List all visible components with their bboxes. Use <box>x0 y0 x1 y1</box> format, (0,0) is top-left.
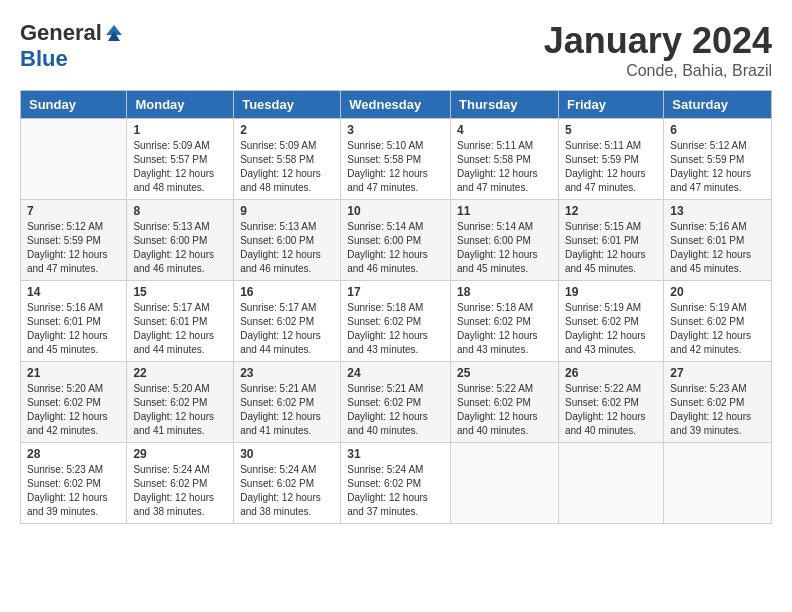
calendar-cell: 22Sunrise: 5:20 AM Sunset: 6:02 PM Dayli… <box>127 362 234 443</box>
day-number: 12 <box>565 204 657 218</box>
calendar-cell: 3Sunrise: 5:10 AM Sunset: 5:58 PM Daylig… <box>341 119 451 200</box>
day-info: Sunrise: 5:19 AM Sunset: 6:02 PM Dayligh… <box>670 301 765 357</box>
calendar-cell: 18Sunrise: 5:18 AM Sunset: 6:02 PM Dayli… <box>451 281 559 362</box>
calendar-cell: 19Sunrise: 5:19 AM Sunset: 6:02 PM Dayli… <box>558 281 663 362</box>
day-number: 4 <box>457 123 552 137</box>
day-info: Sunrise: 5:12 AM Sunset: 5:59 PM Dayligh… <box>27 220 120 276</box>
day-number: 8 <box>133 204 227 218</box>
day-number: 21 <box>27 366 120 380</box>
calendar-cell: 21Sunrise: 5:20 AM Sunset: 6:02 PM Dayli… <box>21 362 127 443</box>
day-info: Sunrise: 5:16 AM Sunset: 6:01 PM Dayligh… <box>670 220 765 276</box>
calendar-cell: 6Sunrise: 5:12 AM Sunset: 5:59 PM Daylig… <box>664 119 772 200</box>
calendar-cell: 1Sunrise: 5:09 AM Sunset: 5:57 PM Daylig… <box>127 119 234 200</box>
day-header-saturday: Saturday <box>664 91 772 119</box>
page-header: General Blue January 2024 Conde, Bahia, … <box>20 20 772 80</box>
calendar-cell: 5Sunrise: 5:11 AM Sunset: 5:59 PM Daylig… <box>558 119 663 200</box>
day-number: 19 <box>565 285 657 299</box>
day-info: Sunrise: 5:13 AM Sunset: 6:00 PM Dayligh… <box>133 220 227 276</box>
day-number: 25 <box>457 366 552 380</box>
day-info: Sunrise: 5:24 AM Sunset: 6:02 PM Dayligh… <box>133 463 227 519</box>
calendar-cell: 16Sunrise: 5:17 AM Sunset: 6:02 PM Dayli… <box>234 281 341 362</box>
calendar-cell <box>21 119 127 200</box>
day-number: 27 <box>670 366 765 380</box>
header-row: SundayMondayTuesdayWednesdayThursdayFrid… <box>21 91 772 119</box>
day-number: 5 <box>565 123 657 137</box>
day-info: Sunrise: 5:22 AM Sunset: 6:02 PM Dayligh… <box>457 382 552 438</box>
day-header-thursday: Thursday <box>451 91 559 119</box>
day-number: 15 <box>133 285 227 299</box>
calendar-body: 1Sunrise: 5:09 AM Sunset: 5:57 PM Daylig… <box>21 119 772 524</box>
day-info: Sunrise: 5:22 AM Sunset: 6:02 PM Dayligh… <box>565 382 657 438</box>
day-number: 29 <box>133 447 227 461</box>
day-number: 14 <box>27 285 120 299</box>
day-info: Sunrise: 5:24 AM Sunset: 6:02 PM Dayligh… <box>240 463 334 519</box>
calendar-cell: 30Sunrise: 5:24 AM Sunset: 6:02 PM Dayli… <box>234 443 341 524</box>
day-info: Sunrise: 5:23 AM Sunset: 6:02 PM Dayligh… <box>27 463 120 519</box>
day-info: Sunrise: 5:09 AM Sunset: 5:57 PM Dayligh… <box>133 139 227 195</box>
week-row-1: 1Sunrise: 5:09 AM Sunset: 5:57 PM Daylig… <box>21 119 772 200</box>
logo-blue-text: Blue <box>20 46 68 72</box>
day-info: Sunrise: 5:18 AM Sunset: 6:02 PM Dayligh… <box>347 301 444 357</box>
day-number: 2 <box>240 123 334 137</box>
logo: General Blue <box>20 20 124 72</box>
day-info: Sunrise: 5:20 AM Sunset: 6:02 PM Dayligh… <box>133 382 227 438</box>
day-info: Sunrise: 5:12 AM Sunset: 5:59 PM Dayligh… <box>670 139 765 195</box>
calendar-cell: 8Sunrise: 5:13 AM Sunset: 6:00 PM Daylig… <box>127 200 234 281</box>
day-info: Sunrise: 5:18 AM Sunset: 6:02 PM Dayligh… <box>457 301 552 357</box>
location: Conde, Bahia, Brazil <box>544 62 772 80</box>
calendar-cell: 4Sunrise: 5:11 AM Sunset: 5:58 PM Daylig… <box>451 119 559 200</box>
day-info: Sunrise: 5:23 AM Sunset: 6:02 PM Dayligh… <box>670 382 765 438</box>
calendar-cell: 23Sunrise: 5:21 AM Sunset: 6:02 PM Dayli… <box>234 362 341 443</box>
day-info: Sunrise: 5:21 AM Sunset: 6:02 PM Dayligh… <box>347 382 444 438</box>
day-number: 7 <box>27 204 120 218</box>
day-info: Sunrise: 5:16 AM Sunset: 6:01 PM Dayligh… <box>27 301 120 357</box>
calendar-cell: 7Sunrise: 5:12 AM Sunset: 5:59 PM Daylig… <box>21 200 127 281</box>
calendar-cell: 14Sunrise: 5:16 AM Sunset: 6:01 PM Dayli… <box>21 281 127 362</box>
calendar-cell <box>558 443 663 524</box>
day-info: Sunrise: 5:13 AM Sunset: 6:00 PM Dayligh… <box>240 220 334 276</box>
day-info: Sunrise: 5:09 AM Sunset: 5:58 PM Dayligh… <box>240 139 334 195</box>
day-info: Sunrise: 5:24 AM Sunset: 6:02 PM Dayligh… <box>347 463 444 519</box>
day-number: 13 <box>670 204 765 218</box>
day-header-wednesday: Wednesday <box>341 91 451 119</box>
week-row-3: 14Sunrise: 5:16 AM Sunset: 6:01 PM Dayli… <box>21 281 772 362</box>
day-number: 6 <box>670 123 765 137</box>
day-number: 26 <box>565 366 657 380</box>
day-info: Sunrise: 5:10 AM Sunset: 5:58 PM Dayligh… <box>347 139 444 195</box>
day-header-tuesday: Tuesday <box>234 91 341 119</box>
calendar-cell: 12Sunrise: 5:15 AM Sunset: 6:01 PM Dayli… <box>558 200 663 281</box>
week-row-4: 21Sunrise: 5:20 AM Sunset: 6:02 PM Dayli… <box>21 362 772 443</box>
day-header-sunday: Sunday <box>21 91 127 119</box>
calendar-cell: 29Sunrise: 5:24 AM Sunset: 6:02 PM Dayli… <box>127 443 234 524</box>
month-title: January 2024 <box>544 20 772 62</box>
calendar-cell <box>664 443 772 524</box>
calendar-cell: 26Sunrise: 5:22 AM Sunset: 6:02 PM Dayli… <box>558 362 663 443</box>
day-number: 16 <box>240 285 334 299</box>
day-info: Sunrise: 5:14 AM Sunset: 6:00 PM Dayligh… <box>457 220 552 276</box>
calendar-cell: 25Sunrise: 5:22 AM Sunset: 6:02 PM Dayli… <box>451 362 559 443</box>
day-info: Sunrise: 5:21 AM Sunset: 6:02 PM Dayligh… <box>240 382 334 438</box>
calendar-cell: 28Sunrise: 5:23 AM Sunset: 6:02 PM Dayli… <box>21 443 127 524</box>
day-header-friday: Friday <box>558 91 663 119</box>
day-number: 20 <box>670 285 765 299</box>
calendar-cell: 15Sunrise: 5:17 AM Sunset: 6:01 PM Dayli… <box>127 281 234 362</box>
day-number: 23 <box>240 366 334 380</box>
day-info: Sunrise: 5:19 AM Sunset: 6:02 PM Dayligh… <box>565 301 657 357</box>
calendar-cell: 31Sunrise: 5:24 AM Sunset: 6:02 PM Dayli… <box>341 443 451 524</box>
calendar-table: SundayMondayTuesdayWednesdayThursdayFrid… <box>20 90 772 524</box>
day-number: 11 <box>457 204 552 218</box>
day-info: Sunrise: 5:20 AM Sunset: 6:02 PM Dayligh… <box>27 382 120 438</box>
day-info: Sunrise: 5:17 AM Sunset: 6:02 PM Dayligh… <box>240 301 334 357</box>
day-number: 22 <box>133 366 227 380</box>
calendar-cell: 20Sunrise: 5:19 AM Sunset: 6:02 PM Dayli… <box>664 281 772 362</box>
calendar-header: SundayMondayTuesdayWednesdayThursdayFrid… <box>21 91 772 119</box>
day-number: 9 <box>240 204 334 218</box>
calendar-cell: 27Sunrise: 5:23 AM Sunset: 6:02 PM Dayli… <box>664 362 772 443</box>
day-number: 24 <box>347 366 444 380</box>
day-number: 3 <box>347 123 444 137</box>
calendar-cell: 24Sunrise: 5:21 AM Sunset: 6:02 PM Dayli… <box>341 362 451 443</box>
day-info: Sunrise: 5:14 AM Sunset: 6:00 PM Dayligh… <box>347 220 444 276</box>
day-info: Sunrise: 5:17 AM Sunset: 6:01 PM Dayligh… <box>133 301 227 357</box>
day-info: Sunrise: 5:15 AM Sunset: 6:01 PM Dayligh… <box>565 220 657 276</box>
logo-icon <box>104 23 124 43</box>
